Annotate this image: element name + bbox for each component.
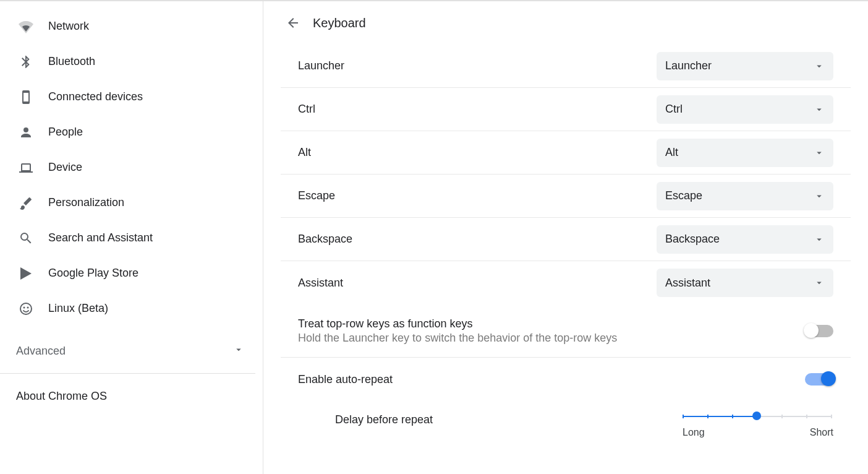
bluetooth-icon [19,54,33,69]
slider-tick [683,415,684,418]
key-dropdown[interactable]: Ctrl [657,95,833,124]
slider-knob [752,412,761,420]
sidebar-about-label: About Chrome OS [16,390,107,402]
row-key-mapping: LauncherLauncher [281,45,851,88]
chevron-down-icon [814,147,825,158]
sidebar-item-label: Device [48,161,82,174]
row-auto-repeat: Enable auto-repeat [281,358,851,401]
function-keys-sublabel: Hold the Launcher key to switch the beha… [298,332,617,345]
wifi-icon [19,19,33,34]
delay-slider[interactable] [683,413,831,420]
toggle-knob [804,323,819,338]
settings-card: LauncherLauncherCtrlCtrlAltAltEscapeEsca… [281,45,851,444]
function-keys-label: Treat top-row keys as function keys [298,317,617,330]
row-delay-before-repeat: Delay before repeat [281,401,851,444]
sidebar-item-label: Linux (Beta) [48,302,108,315]
key-label: Assistant [298,277,343,290]
sidebar-advanced-toggle[interactable]: Advanced [0,332,263,369]
content: LauncherLauncherCtrlCtrlAltAltEscapeEsca… [263,45,868,474]
sidebar-item-bluetooth[interactable]: Bluetooth [0,44,263,79]
slider-tick [732,415,733,418]
page-title: Keyboard [313,16,366,30]
row-key-mapping: AltAlt [281,131,851,175]
key-dropdown[interactable]: Backspace [657,225,833,254]
sidebar-item-search-assistant[interactable]: Search and Assistant [0,220,263,256]
main-panel: Keyboard LauncherLauncherCtrlCtrlAltAltE… [263,1,868,474]
sidebar-item-play-store[interactable]: Google Play Store [0,256,263,291]
chevron-down-icon [814,104,825,115]
phone-icon [19,90,33,105]
key-dropdown-value: Assistant [665,277,710,290]
sidebar: Network Bluetooth Connected devices Peop… [0,1,263,474]
slider-track-fill [683,416,757,417]
sidebar-item-label: Personalization [48,196,124,209]
person-icon [19,125,33,140]
app-root: Network Bluetooth Connected devices Peop… [0,0,868,474]
sidebar-item-label: Search and Assistant [48,231,153,244]
row-function-keys: Treat top-row keys as function keys Hold… [281,304,851,358]
toggle-knob [821,371,836,386]
key-dropdown-value: Alt [665,146,678,159]
key-label: Ctrl [298,103,315,116]
laptop-icon [19,160,33,175]
brush-icon [19,196,33,210]
svg-point-1 [23,306,25,308]
sidebar-item-label: Google Play Store [48,267,138,280]
chevron-down-icon [814,234,825,245]
slider-tick [707,415,708,418]
key-dropdown[interactable]: Escape [657,182,833,210]
key-dropdown[interactable]: Alt [657,139,833,167]
sidebar-advanced-label: Advanced [16,345,66,358]
key-dropdown-value: Ctrl [665,103,683,116]
row-key-mapping: CtrlCtrl [281,88,851,131]
key-dropdown-value: Escape [665,189,702,202]
sidebar-about[interactable]: About Chrome OS [0,377,263,415]
sidebar-item-people[interactable]: People [0,114,263,150]
key-label: Backspace [298,233,352,246]
page-header: Keyboard [263,1,868,45]
linux-icon [19,301,33,316]
chevron-down-icon [233,344,244,358]
sidebar-item-network[interactable]: Network [0,9,263,44]
row-key-mapping: EscapeEscape [281,175,851,218]
play-icon [19,266,33,281]
slider-tick [806,415,807,418]
sidebar-item-label: Bluetooth [48,55,95,68]
sidebar-item-personalization[interactable]: Personalization [0,185,263,220]
back-button[interactable] [281,11,305,35]
sidebar-item-connected-devices[interactable]: Connected devices [0,79,263,114]
key-dropdown[interactable]: Assistant [657,269,833,297]
sidebar-item-device[interactable]: Device [0,150,263,185]
function-keys-toggle[interactable] [805,325,833,337]
slider-tick [831,415,832,418]
key-label: Launcher [298,59,344,72]
auto-repeat-toggle[interactable] [805,373,833,386]
search-icon [19,231,33,246]
delay-max-label: Short [810,427,833,438]
key-dropdown[interactable]: Launcher [657,52,833,80]
sidebar-item-label: People [48,126,83,139]
key-dropdown-value: Backspace [665,233,720,246]
key-label: Escape [298,189,335,202]
sidebar-item-label: Network [48,20,89,33]
key-label: Alt [298,146,311,159]
top-divider [0,0,868,1]
chevron-down-icon [814,191,825,202]
row-key-mapping: AssistantAssistant [281,261,851,304]
sidebar-item-linux[interactable]: Linux (Beta) [0,291,263,326]
delay-min-label: Long [683,427,705,438]
sidebar-item-label: Connected devices [48,90,143,103]
auto-repeat-label: Enable auto-repeat [298,373,393,386]
svg-point-0 [20,303,32,314]
sidebar-divider [0,373,255,374]
svg-point-2 [27,306,29,308]
delay-label: Delay before repeat [335,413,433,426]
row-key-mapping: BackspaceBackspace [281,218,851,261]
key-dropdown-value: Launcher [665,59,712,72]
chevron-down-icon [814,61,825,72]
chevron-down-icon [814,277,825,288]
slider-tick [781,415,783,418]
